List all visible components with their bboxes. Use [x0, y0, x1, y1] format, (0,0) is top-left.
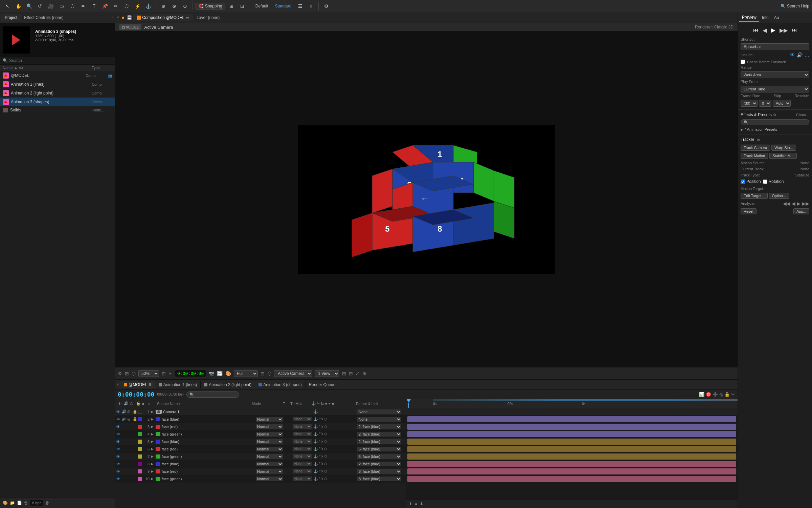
- select-tool[interactable]: ↖: [3, 1, 12, 11]
- camera-select[interactable]: Active CameraCamera 1: [274, 370, 312, 377]
- expand-icon[interactable]: ▶: [151, 447, 156, 451]
- extra-tool3[interactable]: ⊙: [180, 1, 190, 11]
- tl-search-input[interactable]: [186, 391, 239, 398]
- audio-icon[interactable]: 🔊: [797, 52, 803, 58]
- clone-tool[interactable]: ✏: [111, 1, 120, 11]
- effects-settings-icon[interactable]: ⚙: [773, 113, 776, 117]
- expand-icon[interactable]: ▶: [151, 432, 156, 436]
- mode-select[interactable]: Normal: [256, 432, 283, 437]
- eye-icon[interactable]: 👁: [116, 440, 122, 444]
- video-icon[interactable]: 👁: [790, 52, 795, 58]
- viewer-timecode[interactable]: 0:00:00:00: [175, 370, 206, 377]
- eye-icon[interactable]: 👁: [116, 462, 122, 466]
- expand-icon[interactable]: ▶: [151, 462, 156, 466]
- tl-tab-model[interactable]: @MODEL ☰: [120, 381, 155, 388]
- bottom-icon3[interactable]: 📄: [17, 501, 22, 505]
- play-from-select[interactable]: Current Time: [741, 86, 809, 92]
- expand-icon[interactable]: ▶: [151, 440, 156, 443]
- list-item[interactable]: Animation 2 (light point) Comp: [0, 89, 115, 98]
- bottom-icon2[interactable]: 📁: [10, 501, 15, 505]
- view-expand-icon[interactable]: ⊕: [362, 371, 366, 376]
- workspace-default[interactable]: Default: [253, 4, 271, 8]
- trkmat-select[interactable]: None: [293, 454, 312, 459]
- playhead-marker[interactable]: [407, 399, 411, 408]
- position-checkbox[interactable]: [741, 179, 745, 184]
- tl-icon-crop[interactable]: ✂: [731, 392, 735, 397]
- parent-select[interactable]: 2. face (blue): [357, 432, 401, 437]
- eye-icon[interactable]: 👁: [116, 447, 122, 451]
- snapping-button[interactable]: 🧲 Snapping: [196, 3, 225, 9]
- view-maximize-icon[interactable]: ⤢: [356, 371, 360, 376]
- trkmat-select[interactable]: None: [293, 469, 312, 473]
- mode-select[interactable]: Normal: [256, 424, 283, 429]
- rect-tool[interactable]: ▭: [57, 1, 66, 11]
- shape2-tool[interactable]: ⬡: [122, 1, 131, 11]
- comp-close-btn[interactable]: ✕: [115, 16, 120, 19]
- color-icon[interactable]: 🎨: [225, 371, 231, 376]
- parent-select[interactable]: None: [357, 417, 401, 422]
- comp-tag[interactable]: @MODEL: [119, 24, 141, 30]
- track-camera-btn[interactable]: Track Camera: [741, 145, 770, 151]
- expand-workspaces[interactable]: »: [306, 1, 316, 11]
- play-btn[interactable]: ▶: [769, 26, 777, 35]
- layer-row[interactable]: 👁 🔊 ◎ 🔒 2 ▶ face (blue) Normal: [115, 416, 406, 423]
- pen-tool[interactable]: ✒: [78, 1, 88, 11]
- eye-icon[interactable]: 👁: [116, 417, 122, 421]
- lock-icon[interactable]: 🔒: [133, 417, 138, 421]
- extra-tool2[interactable]: ⊗: [170, 1, 179, 11]
- snap2-tool[interactable]: ⊞: [227, 1, 236, 11]
- viewer-settings-icon[interactable]: ⚙: [118, 371, 122, 376]
- parent-select[interactable]: 2. face (blue): [357, 424, 401, 429]
- mode-select[interactable]: Normal: [256, 462, 283, 466]
- skip-select[interactable]: 0: [759, 100, 771, 107]
- parent-select[interactable]: None: [357, 409, 401, 414]
- list-item[interactable]: Animation 1 (lines) Comp: [0, 80, 115, 89]
- tl-bottom-icon1[interactable]: ⬆: [409, 502, 412, 506]
- expand-icon[interactable]: ▶: [151, 417, 156, 421]
- tl-tab-anim1[interactable]: Animation 1 (lines): [155, 381, 201, 388]
- zoom-select[interactable]: 50%25%100%: [138, 370, 159, 377]
- transparency-icon[interactable]: ⬡: [267, 371, 271, 376]
- rotation-checkbox[interactable]: [763, 179, 767, 184]
- ear-icon[interactable]: 🔊: [122, 418, 127, 421]
- parent-select[interactable]: 8. face (blue): [357, 469, 401, 474]
- tl-close-btn[interactable]: ✕: [115, 383, 120, 386]
- anchor-tool[interactable]: ⚓: [143, 1, 153, 11]
- settings-btn[interactable]: ⚙: [321, 1, 331, 11]
- shortcut-input[interactable]: [741, 43, 809, 50]
- bottom-icon1[interactable]: 🎨: [3, 501, 8, 505]
- hand-tool[interactable]: ✋: [14, 1, 23, 11]
- view-layout-icon[interactable]: ⊞: [342, 371, 346, 376]
- layer-row[interactable]: 👁 8 ▶ face (blue) Normal: [115, 460, 406, 468]
- extra-tool1[interactable]: ⊕: [159, 1, 168, 11]
- layer-row[interactable]: 👁 6 ▶ face (red) Normal: [115, 445, 406, 453]
- trkmat-select[interactable]: None: [293, 417, 312, 421]
- edit-target-btn[interactable]: Edit Target...: [741, 193, 768, 199]
- effect-tool[interactable]: ⚡: [133, 1, 142, 11]
- parent-select[interactable]: 8. face (blue): [357, 477, 401, 481]
- zoom-tool[interactable]: 🔍: [24, 1, 34, 11]
- bottom-icon4[interactable]: 🗑: [24, 501, 28, 505]
- solo-icon[interactable]: ◎: [127, 417, 133, 421]
- mode-select[interactable]: Normal: [256, 477, 283, 481]
- analyze-prev-btn[interactable]: ◀: [792, 201, 795, 206]
- tab-info[interactable]: Info: [759, 14, 771, 21]
- parent-select[interactable]: 2. face (blue): [357, 462, 401, 466]
- parent-select[interactable]: 5. face (blue): [357, 454, 401, 459]
- last-frame-btn[interactable]: ⏭: [790, 26, 798, 35]
- reset-btn[interactable]: Reset: [741, 208, 757, 214]
- list-item[interactable]: Solids Folde...: [0, 106, 115, 114]
- crop-icon[interactable]: ✂: [168, 371, 173, 376]
- workspace-standard[interactable]: Standard: [272, 4, 294, 8]
- eye-icon[interactable]: 👁: [116, 454, 122, 459]
- eye-icon[interactable]: 👁: [116, 410, 122, 414]
- camera-tool[interactable]: 🎥: [46, 1, 55, 11]
- first-frame-btn[interactable]: ⏮: [752, 26, 760, 35]
- layer-row[interactable]: 👁 3 ▶ face (red) Normal: [115, 423, 406, 430]
- parent-select[interactable]: 5. face (blue): [357, 447, 401, 451]
- tab-composition[interactable]: Composition @MODEL ☰: [133, 14, 193, 21]
- workspace-menu[interactable]: ☰: [295, 1, 305, 11]
- apply-btn[interactable]: App...: [793, 208, 809, 214]
- trkmat-select[interactable]: None: [293, 439, 312, 444]
- expand-icon[interactable]: ▶: [151, 477, 156, 481]
